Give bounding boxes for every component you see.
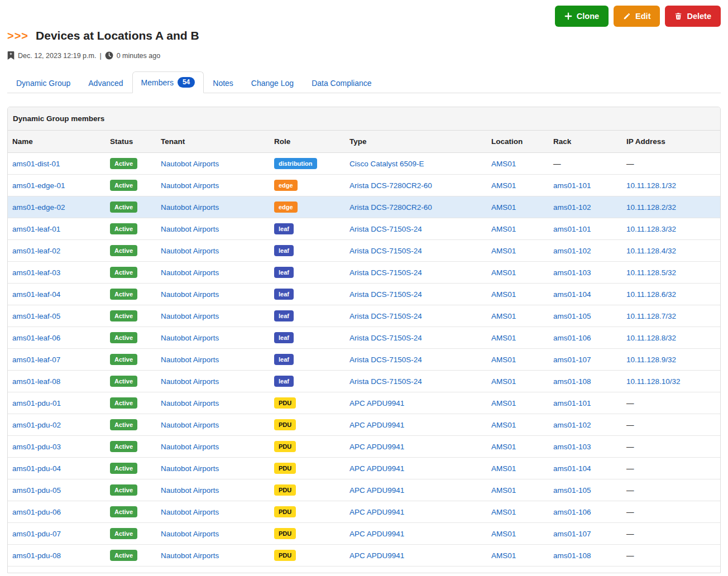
location-link[interactable]: AMS01 bbox=[491, 181, 516, 190]
tenant-link[interactable]: Nautobot Airports bbox=[161, 225, 219, 233]
device-name-link[interactable]: ams01-pdu-03 bbox=[12, 443, 61, 451]
device-name-link[interactable]: ams01-pdu-08 bbox=[12, 551, 61, 560]
rack-link[interactable]: ams01-102 bbox=[553, 421, 591, 429]
tenant-link[interactable]: Nautobot Airports bbox=[161, 399, 219, 407]
device-name-link[interactable]: ams01-leaf-03 bbox=[12, 268, 60, 277]
device-type-link[interactable]: Arista DCS-7150S-24 bbox=[349, 356, 422, 364]
device-name-link[interactable]: ams01-leaf-06 bbox=[12, 334, 60, 342]
device-type-link[interactable]: APC APDU9941 bbox=[349, 443, 404, 451]
device-type-link[interactable]: APC APDU9941 bbox=[349, 421, 404, 429]
device-name-link[interactable]: ams01-dist-01 bbox=[12, 160, 60, 168]
rack-link[interactable]: ams01-101 bbox=[553, 399, 591, 407]
device-name-link[interactable]: ams01-leaf-05 bbox=[12, 312, 60, 320]
ip-address-link[interactable]: 10.11.128.10/32 bbox=[626, 377, 681, 386]
device-type-link[interactable]: Arista DCS-7150S-24 bbox=[349, 334, 422, 342]
tenant-link[interactable]: Nautobot Airports bbox=[161, 530, 219, 538]
edit-button[interactable]: Edit bbox=[614, 6, 660, 27]
location-link[interactable]: AMS01 bbox=[491, 377, 516, 386]
ip-address-link[interactable]: 10.11.128.1/32 bbox=[626, 181, 676, 190]
tab-data-compliance[interactable]: Data Compliance bbox=[303, 73, 380, 93]
ip-address-link[interactable]: 10.11.128.9/32 bbox=[626, 356, 676, 364]
device-type-link[interactable]: Arista DCS-7280CR2-60 bbox=[349, 203, 432, 212]
location-link[interactable]: AMS01 bbox=[491, 290, 516, 299]
device-name-link[interactable]: ams01-pdu-07 bbox=[12, 530, 61, 538]
location-link[interactable]: AMS01 bbox=[491, 312, 516, 320]
location-link[interactable]: AMS01 bbox=[491, 421, 516, 429]
device-type-link[interactable]: APC APDU9941 bbox=[349, 486, 404, 495]
rack-link[interactable]: ams01-105 bbox=[553, 486, 591, 495]
tenant-link[interactable]: Nautobot Airports bbox=[161, 247, 219, 255]
device-name-link[interactable]: ams01-leaf-07 bbox=[12, 356, 60, 364]
tenant-link[interactable]: Nautobot Airports bbox=[161, 377, 219, 386]
location-link[interactable]: AMS01 bbox=[491, 399, 516, 407]
device-type-link[interactable]: APC APDU9941 bbox=[349, 530, 404, 538]
tab-notes[interactable]: Notes bbox=[204, 73, 242, 93]
rack-link[interactable]: ams01-101 bbox=[553, 181, 591, 190]
ip-address-link[interactable]: 10.11.128.8/32 bbox=[626, 334, 676, 342]
device-type-link[interactable]: Arista DCS-7280CR2-60 bbox=[349, 181, 432, 190]
location-link[interactable]: AMS01 bbox=[491, 225, 516, 233]
location-link[interactable]: AMS01 bbox=[491, 464, 516, 473]
device-name-link[interactable]: ams01-edge-02 bbox=[12, 203, 65, 212]
ip-address-link[interactable]: 10.11.128.7/32 bbox=[626, 312, 676, 320]
device-name-link[interactable]: ams01-pdu-02 bbox=[12, 421, 61, 429]
tab-change-log[interactable]: Change Log bbox=[242, 73, 303, 93]
location-link[interactable]: AMS01 bbox=[491, 486, 516, 495]
location-link[interactable]: AMS01 bbox=[491, 203, 516, 212]
device-type-link[interactable]: Arista DCS-7150S-24 bbox=[349, 268, 422, 277]
location-link[interactable]: AMS01 bbox=[491, 530, 516, 538]
device-type-link[interactable]: Arista DCS-7150S-24 bbox=[349, 290, 422, 299]
location-link[interactable]: AMS01 bbox=[491, 160, 516, 168]
tenant-link[interactable]: Nautobot Airports bbox=[161, 160, 219, 168]
rack-link[interactable]: ams01-104 bbox=[553, 290, 591, 299]
rack-link[interactable]: ams01-105 bbox=[553, 312, 591, 320]
ip-address-link[interactable]: 10.11.128.5/32 bbox=[626, 268, 676, 277]
tenant-link[interactable]: Nautobot Airports bbox=[161, 356, 219, 364]
rack-link[interactable]: ams01-108 bbox=[553, 377, 591, 386]
tenant-link[interactable]: Nautobot Airports bbox=[161, 421, 219, 429]
rack-link[interactable]: ams01-106 bbox=[553, 334, 591, 342]
rack-link[interactable]: ams01-102 bbox=[553, 203, 591, 212]
device-type-link[interactable]: Arista DCS-7150S-24 bbox=[349, 312, 422, 320]
rack-link[interactable]: ams01-106 bbox=[553, 508, 591, 516]
tenant-link[interactable]: Nautobot Airports bbox=[161, 181, 219, 190]
device-type-link[interactable]: APC APDU9941 bbox=[349, 464, 404, 473]
ip-address-link[interactable]: 10.11.128.3/32 bbox=[626, 225, 676, 233]
rack-link[interactable]: ams01-102 bbox=[553, 247, 591, 255]
rack-link[interactable]: ams01-107 bbox=[553, 356, 591, 364]
device-type-link[interactable]: Arista DCS-7150S-24 bbox=[349, 377, 422, 386]
rack-link[interactable]: ams01-107 bbox=[553, 530, 591, 538]
location-link[interactable]: AMS01 bbox=[491, 508, 516, 516]
location-link[interactable]: AMS01 bbox=[491, 356, 516, 364]
tenant-link[interactable]: Nautobot Airports bbox=[161, 268, 219, 277]
ip-address-link[interactable]: 10.11.128.4/32 bbox=[626, 247, 676, 255]
delete-button[interactable]: Delete bbox=[665, 6, 721, 27]
device-type-link[interactable]: Cisco Catalyst 6509-E bbox=[349, 160, 424, 168]
rack-link[interactable]: ams01-103 bbox=[553, 268, 591, 277]
location-link[interactable]: AMS01 bbox=[491, 268, 516, 277]
tenant-link[interactable]: Nautobot Airports bbox=[161, 508, 219, 516]
rack-link[interactable]: ams01-101 bbox=[553, 225, 591, 233]
device-name-link[interactable]: ams01-leaf-08 bbox=[12, 377, 60, 386]
location-link[interactable]: AMS01 bbox=[491, 334, 516, 342]
tab-dynamic-group[interactable]: Dynamic Group bbox=[7, 73, 79, 93]
rack-link[interactable]: ams01-108 bbox=[553, 551, 591, 560]
device-type-link[interactable]: APC APDU9941 bbox=[349, 399, 404, 407]
device-type-link[interactable]: Arista DCS-7150S-24 bbox=[349, 225, 422, 233]
tenant-link[interactable]: Nautobot Airports bbox=[161, 464, 219, 473]
device-type-link[interactable]: Arista DCS-7150S-24 bbox=[349, 247, 422, 255]
rack-link[interactable]: ams01-104 bbox=[553, 464, 591, 473]
location-link[interactable]: AMS01 bbox=[491, 443, 516, 451]
device-name-link[interactable]: ams01-pdu-04 bbox=[12, 464, 61, 473]
device-name-link[interactable]: ams01-leaf-02 bbox=[12, 247, 60, 255]
ip-address-link[interactable]: 10.11.128.6/32 bbox=[626, 290, 676, 299]
ip-address-link[interactable]: 10.11.128.2/32 bbox=[626, 203, 676, 212]
rack-link[interactable]: ams01-103 bbox=[553, 443, 591, 451]
tenant-link[interactable]: Nautobot Airports bbox=[161, 551, 219, 560]
device-name-link[interactable]: ams01-leaf-04 bbox=[12, 290, 60, 299]
location-link[interactable]: AMS01 bbox=[491, 247, 516, 255]
device-name-link[interactable]: ams01-leaf-01 bbox=[12, 225, 60, 233]
device-type-link[interactable]: APC APDU9941 bbox=[349, 508, 404, 516]
tenant-link[interactable]: Nautobot Airports bbox=[161, 486, 219, 495]
tab-members[interactable]: Members 54 bbox=[132, 71, 204, 93]
